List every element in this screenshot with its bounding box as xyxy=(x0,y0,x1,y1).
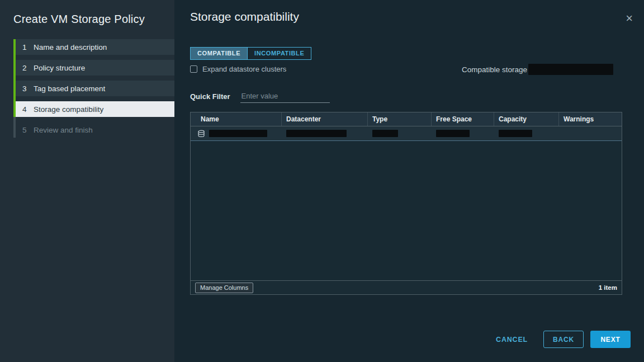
step-label: Storage compatibility xyxy=(34,105,103,114)
datastore-icon xyxy=(197,130,205,138)
column-header-warnings[interactable]: Warnings xyxy=(559,112,622,126)
compatible-storage-label: Compatible storage xyxy=(462,65,527,74)
column-header-capacity[interactable]: Capacity xyxy=(494,112,559,126)
cell-warnings xyxy=(559,126,622,140)
tab-incompatible[interactable]: INCOMPATIBLE xyxy=(247,48,311,59)
cell-datacenter xyxy=(282,126,368,140)
wizard-sidebar: Create VM Storage Policy 1 Name and desc… xyxy=(0,0,174,362)
redacted-value xyxy=(528,64,613,75)
step-number: 5 xyxy=(22,126,30,134)
manage-columns-button[interactable]: Manage Columns xyxy=(195,283,253,293)
step-policy-structure[interactable]: 2 Policy structure xyxy=(16,60,174,76)
redacted-value xyxy=(286,130,347,137)
redacted-value xyxy=(436,130,470,137)
back-button[interactable]: BACK xyxy=(543,331,584,348)
step-tag-based-placement[interactable]: 3 Tag based placement xyxy=(16,81,174,96)
storage-compatibility-panel: Storage compatibility × COMPATIBLE INCOM… xyxy=(174,0,644,362)
step-label: Review and finish xyxy=(34,126,93,134)
step-number: 1 xyxy=(22,43,30,51)
step-label: Tag based placement xyxy=(34,84,105,93)
table-footer: Manage Columns 1 item xyxy=(191,280,622,294)
column-header-type[interactable]: Type xyxy=(368,112,432,126)
step-number: 2 xyxy=(22,64,30,72)
step-review-and-finish: 5 Review and finish xyxy=(16,122,174,138)
table-header-row: Name Datacenter Type Free Space Capacity… xyxy=(191,112,622,126)
expand-datastore-clusters-row[interactable]: Expand datastore clusters xyxy=(190,65,286,73)
step-storage-compatibility[interactable]: 4 Storage compatibility xyxy=(16,101,174,117)
column-header-free-space[interactable]: Free Space xyxy=(432,112,494,126)
redacted-value xyxy=(209,130,267,137)
cell-capacity xyxy=(494,126,559,140)
step-name-and-description[interactable]: 1 Name and description xyxy=(16,39,174,55)
wizard-steps: 1 Name and description 2 Policy structur… xyxy=(13,39,174,138)
progress-rail xyxy=(13,39,16,138)
table-empty-area xyxy=(191,141,622,280)
cell-name xyxy=(191,126,282,140)
quick-filter-label: Quick Filter xyxy=(190,92,230,101)
cell-type xyxy=(368,126,432,140)
table-row[interactable] xyxy=(191,126,622,141)
cancel-button[interactable]: CANCEL xyxy=(493,335,531,344)
quick-filter-input[interactable] xyxy=(240,90,330,103)
redacted-value xyxy=(372,130,398,137)
step-number: 3 xyxy=(22,84,30,93)
page-title: Storage compatibility xyxy=(190,10,299,23)
datastore-table: Name Datacenter Type Free Space Capacity… xyxy=(190,112,622,295)
quick-filter: Quick Filter xyxy=(190,90,330,103)
tab-compatible[interactable]: COMPATIBLE xyxy=(191,48,247,59)
close-icon[interactable]: × xyxy=(626,12,633,25)
column-header-datacenter[interactable]: Datacenter xyxy=(282,112,368,126)
step-label: Policy structure xyxy=(34,64,85,72)
step-label: Name and description xyxy=(34,43,107,51)
expand-datastore-clusters-checkbox[interactable] xyxy=(190,65,197,73)
progress-rail-done xyxy=(13,39,16,117)
step-number: 4 xyxy=(22,105,30,114)
progress-rail-todo xyxy=(13,117,16,138)
redacted-value xyxy=(499,130,532,137)
wizard-title: Create VM Storage Policy xyxy=(0,0,174,35)
item-count: 1 item xyxy=(599,284,617,291)
column-header-name[interactable]: Name xyxy=(191,112,282,126)
wizard-actions: CANCEL BACK NEXT xyxy=(493,331,631,348)
compatibility-tabs: COMPATIBLE INCOMPATIBLE xyxy=(190,47,311,60)
expand-datastore-clusters-label: Expand datastore clusters xyxy=(202,65,286,73)
next-button[interactable]: NEXT xyxy=(590,331,631,348)
compatible-storage-summary: Compatible storage xyxy=(462,64,613,75)
cell-free-space xyxy=(432,126,494,140)
